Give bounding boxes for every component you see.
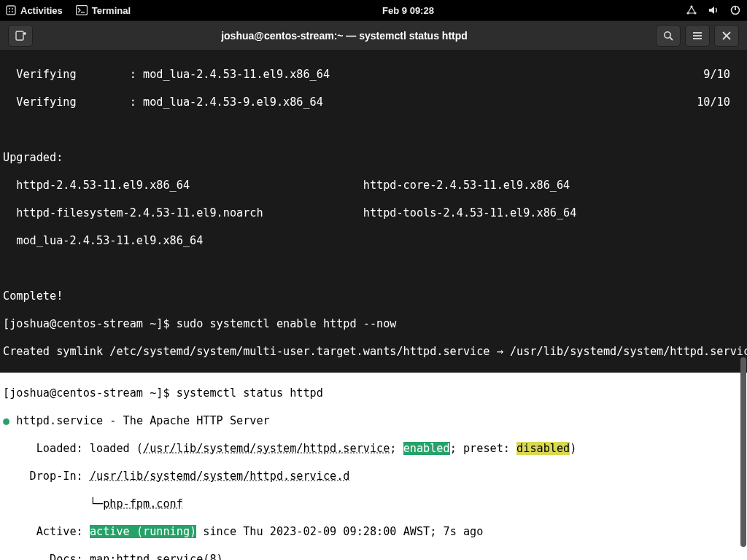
label: Active:	[3, 525, 90, 538]
svg-rect-0	[7, 6, 15, 15]
terminal-app-label: Terminal	[92, 5, 131, 16]
docs-link: man:httpd.service(8)	[90, 553, 223, 560]
label: Docs:	[3, 553, 90, 560]
preset-badge: disabled	[516, 442, 570, 455]
svg-point-3	[9, 11, 10, 12]
output-line: mod_lua-2.4.53-11.el9.x86_64	[3, 234, 744, 248]
output-counter: 9/10	[703, 68, 737, 82]
hamburger-icon	[692, 30, 703, 42]
activities-button[interactable]: Activities	[6, 5, 63, 16]
enabled-badge: enabled	[403, 442, 450, 455]
new-tab-icon	[15, 30, 26, 42]
close-icon	[721, 31, 732, 41]
status-dot-icon: ●	[3, 414, 9, 427]
svg-line-16	[670, 37, 673, 40]
output-counter: 10/10	[697, 96, 737, 109]
menu-button[interactable]	[685, 25, 710, 47]
terminal-app-indicator[interactable]: Terminal	[76, 5, 131, 16]
since-time: since Thu 2023-02-09 09:28:00 AWST; 7s a…	[196, 525, 483, 538]
terminal-viewport[interactable]: Verifying : mod_lua-2.4.53-11.el9.x86_64…	[0, 51, 747, 560]
service-title: httpd.service - The Apache HTTP Server	[9, 414, 270, 427]
svg-rect-5	[76, 6, 87, 15]
close-button[interactable]	[714, 25, 739, 47]
shell-prompt: [joshua@centos-stream ~]$	[3, 317, 177, 330]
search-icon	[662, 30, 674, 42]
clock[interactable]: Feb 9 09:28	[131, 5, 686, 16]
svg-point-2	[12, 8, 13, 9]
power-icon[interactable]	[729, 4, 741, 16]
output-line	[3, 262, 744, 276]
terminal-output: Verifying : mod_lua-2.4.53-11.el9.x86_64…	[0, 54, 747, 373]
output-line: Complete!	[3, 289, 744, 303]
unit-path: /usr/lib/systemd/system/httpd.service	[143, 442, 390, 455]
output-line: Verifying : mod_lua-2.4.53-9.el9.x86_64	[3, 96, 323, 109]
output-line: httpd-filesystem-2.4.53-11.el9.noarch ht…	[3, 206, 744, 220]
search-button[interactable]	[656, 25, 681, 47]
scrollbar-thumb[interactable]	[740, 357, 746, 547]
systemctl-status-pane: [joshua@centos-stream ~]$ systemctl stat…	[0, 373, 747, 560]
output-line: Verifying : mod_lua-2.4.53-11.el9.x86_64	[3, 68, 330, 81]
label: Loaded: loaded (	[3, 442, 143, 455]
active-state: active (running)	[90, 525, 196, 538]
window-title: joshua@centos-stream:~ — systemctl statu…	[35, 30, 654, 42]
scrollbar[interactable]	[740, 51, 747, 560]
output-line: httpd-2.4.53-11.el9.x86_64 httpd-core-2.…	[3, 179, 744, 192]
shell-command: systemctl status httpd	[177, 386, 323, 400]
terminal-icon	[76, 5, 88, 15]
svg-point-4	[12, 11, 13, 12]
output-line: Upgraded:	[3, 151, 744, 165]
shell-prompt: [joshua@centos-stream ~]$	[3, 386, 177, 400]
svg-point-15	[665, 32, 670, 38]
volume-icon[interactable]	[708, 4, 719, 16]
dropin-path: /usr/lib/systemd/system/httpd.service.d	[90, 470, 350, 483]
activities-icon	[6, 5, 16, 15]
output-line: Created symlink /etc/systemd/system/mult…	[3, 345, 744, 359]
new-tab-button[interactable]	[8, 25, 33, 47]
network-icon[interactable]	[686, 4, 697, 16]
gnome-topbar: Activities Terminal Feb 9 09:28	[0, 0, 747, 20]
dropin-file: php-fpm.conf	[103, 497, 183, 510]
activities-label: Activities	[20, 5, 63, 16]
svg-rect-12	[16, 31, 23, 40]
window-header: joshua@centos-stream:~ — systemctl statu…	[0, 20, 747, 51]
output-line	[3, 123, 744, 137]
label: Drop-In:	[3, 470, 90, 483]
shell-command: sudo systemctl enable httpd --now	[177, 317, 397, 330]
svg-point-1	[9, 8, 10, 9]
